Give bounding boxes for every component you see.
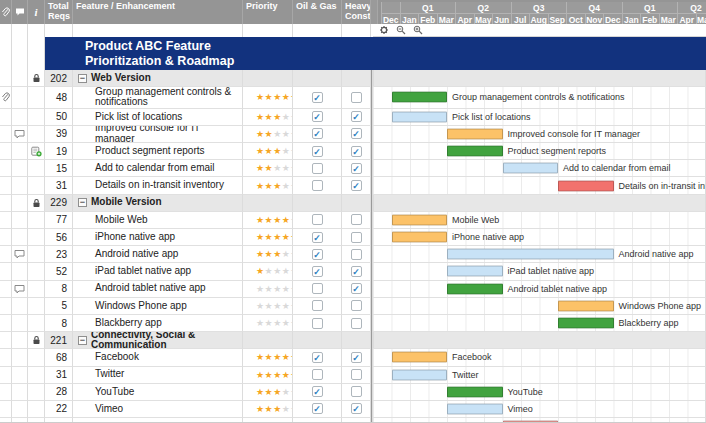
- oil-gas-checkbox[interactable]: [312, 214, 323, 225]
- collapse-toggle[interactable]: −: [78, 336, 87, 345]
- priority-star[interactable]: ★: [273, 215, 282, 225]
- gantt-bar[interactable]: [447, 128, 503, 139]
- gantt-bar[interactable]: [447, 266, 503, 277]
- total-reqs-cell[interactable]: 221: [45, 332, 73, 349]
- total-reqs-cell[interactable]: 8: [45, 281, 73, 298]
- feature-cell[interactable]: Vimeo: [73, 401, 243, 418]
- feature-cell[interactable]: iPhone native app: [73, 229, 243, 246]
- gantt-bar[interactable]: [392, 92, 448, 103]
- oil-gas-checkbox[interactable]: ✓: [312, 386, 323, 397]
- total-reqs-cell[interactable]: [45, 418, 73, 423]
- feature-cell[interactable]: Pick list of locations: [73, 109, 243, 126]
- priority-star[interactable]: ★: [282, 249, 291, 259]
- feature-column-header[interactable]: Feature / Enhancement: [73, 0, 243, 24]
- priority-cell[interactable]: ★★★★★: [243, 109, 293, 126]
- priority-star[interactable]: ★: [265, 352, 274, 362]
- priority-star[interactable]: ★: [273, 266, 282, 276]
- priority-star[interactable]: ★: [282, 301, 291, 311]
- priority-star[interactable]: ★: [256, 181, 265, 191]
- priority-cell[interactable]: ★★★★★: [243, 315, 293, 332]
- priority-cell[interactable]: ★★★★★: [243, 367, 293, 384]
- priority-star[interactable]: ★: [265, 249, 274, 259]
- priority-star[interactable]: ★: [265, 232, 274, 242]
- heavy-const-checkbox[interactable]: [351, 300, 362, 311]
- priority-star[interactable]: ★: [282, 163, 291, 173]
- total-reqs-cell[interactable]: 31: [45, 367, 73, 384]
- gantt-bar[interactable]: [558, 318, 614, 329]
- total-reqs-cell[interactable]: 15: [45, 160, 73, 177]
- heavy-const-checkbox[interactable]: [351, 232, 362, 243]
- priority-star[interactable]: ★: [256, 249, 265, 259]
- priority-star[interactable]: ★: [265, 112, 274, 122]
- priority-star[interactable]: ★: [265, 129, 274, 139]
- priority-star[interactable]: ★: [273, 112, 282, 122]
- total-reqs-cell[interactable]: 31: [45, 177, 73, 194]
- priority-star[interactable]: ★: [265, 181, 274, 191]
- priority-cell[interactable]: ★★★★★: [243, 263, 293, 280]
- feature-cell[interactable]: Product segment reports: [73, 143, 243, 160]
- oil-gas-checkbox[interactable]: [312, 369, 323, 380]
- priority-star[interactable]: ★: [282, 112, 291, 122]
- heavy-const-checkbox[interactable]: [351, 92, 362, 103]
- total-reqs-cell[interactable]: 202: [45, 70, 73, 87]
- gantt-bar[interactable]: [558, 180, 614, 191]
- priority-star[interactable]: ★: [273, 92, 282, 102]
- priority-cell[interactable]: [243, 418, 293, 423]
- comment-icon[interactable]: [14, 129, 25, 139]
- heavy-const-checkbox[interactable]: ✓: [351, 266, 362, 277]
- feature-cell[interactable]: Group management controls & notification…: [73, 87, 243, 109]
- priority-star[interactable]: ★: [265, 284, 274, 294]
- priority-star[interactable]: ★: [256, 215, 265, 225]
- priority-cell[interactable]: ★★★★★: [243, 384, 293, 401]
- total-reqs-cell[interactable]: 8: [45, 315, 73, 332]
- heavy-const-checkbox[interactable]: ✓: [351, 283, 362, 294]
- priority-star[interactable]: ★: [265, 404, 274, 414]
- priority-star[interactable]: ★: [256, 404, 265, 414]
- priority-star[interactable]: ★: [273, 163, 282, 173]
- comment-icon[interactable]: [14, 284, 25, 294]
- oil-gas-checkbox[interactable]: ✓: [312, 146, 323, 157]
- oil-gas-checkbox[interactable]: ✓: [312, 249, 323, 260]
- zoom-in-icon[interactable]: [413, 25, 423, 35]
- priority-star[interactable]: ★: [256, 232, 265, 242]
- feature-cell[interactable]: Android tablet native app: [73, 281, 243, 298]
- comment-column-header[interactable]: [12, 0, 28, 24]
- feature-cell[interactable]: Add to calendar from email: [73, 160, 243, 177]
- heavy-const-checkbox[interactable]: ✓: [351, 146, 362, 157]
- gantt-bar[interactable]: [447, 283, 503, 294]
- priority-star[interactable]: ★: [265, 163, 274, 173]
- gantt-bar[interactable]: [558, 300, 614, 311]
- total-reqs-cell[interactable]: 50: [45, 109, 73, 126]
- priority-star[interactable]: ★: [273, 249, 282, 259]
- priority-cell[interactable]: ★★★★★: [243, 126, 293, 143]
- zoom-out-icon[interactable]: [396, 25, 406, 35]
- heavy-const-checkbox[interactable]: ✓: [351, 180, 362, 191]
- priority-cell[interactable]: ★★★★★: [243, 401, 293, 418]
- feature-cell[interactable]: Mobile Web: [73, 212, 243, 229]
- feature-cell[interactable]: iPad tablet native app: [73, 263, 243, 280]
- heavy-const-checkbox[interactable]: ✓: [351, 403, 362, 414]
- priority-star[interactable]: ★: [282, 181, 291, 191]
- priority-star[interactable]: ★: [282, 387, 291, 397]
- priority-star[interactable]: ★: [273, 370, 282, 380]
- sheet-title-cell[interactable]: Product ABC Feature Prioritization & Roa…: [45, 37, 706, 70]
- total-reqs-cell[interactable]: 68: [45, 349, 73, 366]
- attachment-icon[interactable]: [1, 92, 10, 103]
- priority-star[interactable]: ★: [256, 129, 265, 139]
- priority-cell[interactable]: ★★★★★: [243, 177, 293, 194]
- feature-cell[interactable]: Windows Phone app: [73, 298, 243, 315]
- settings-gear-icon[interactable]: [379, 25, 389, 35]
- feature-cell[interactable]: Facebook: [73, 349, 243, 366]
- gantt-bar[interactable]: [447, 249, 614, 260]
- priority-cell[interactable]: ★★★★★: [243, 143, 293, 160]
- priority-cell[interactable]: ★★★★★: [243, 87, 293, 109]
- collapse-toggle[interactable]: −: [78, 198, 87, 207]
- priority-star[interactable]: ★: [282, 92, 291, 102]
- gantt-bar[interactable]: [447, 403, 503, 414]
- priority-star[interactable]: ★: [256, 352, 265, 362]
- total-reqs-cell[interactable]: 48: [45, 87, 73, 109]
- priority-cell[interactable]: ★★★★★: [243, 298, 293, 315]
- oil-gas-checkbox[interactable]: ✓: [312, 92, 323, 103]
- priority-star[interactable]: ★: [265, 146, 274, 156]
- priority-star[interactable]: ★: [265, 266, 274, 276]
